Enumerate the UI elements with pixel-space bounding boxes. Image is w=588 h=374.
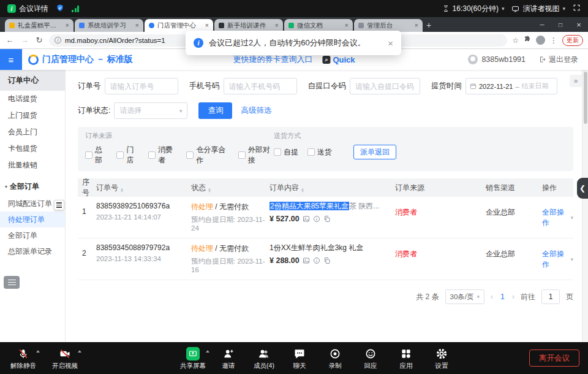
sidebar-item-all-orders[interactable]: 全部订单 <box>0 227 65 243</box>
start-video-button[interactable]: 开启视频 <box>48 346 82 370</box>
goto-page-input[interactable] <box>541 289 560 304</box>
sidebar-group-all-orders[interactable]: ▾ 全部订单 <box>0 177 65 196</box>
sidebar-item-phone-pickup[interactable]: 电话提货 <box>0 91 65 107</box>
menu-toggle-button[interactable]: ≡ <box>0 49 22 70</box>
checkbox-source-warehouse[interactable]: 仓分享合作 <box>186 145 228 166</box>
browser-profile-avatar[interactable] <box>536 36 545 45</box>
minimize-icon[interactable]: ─ <box>533 21 551 28</box>
page-size-select[interactable]: 30条/页 ▾ <box>445 289 485 304</box>
user-menu[interactable]: 8385wb1991 <box>468 55 526 64</box>
all-actions-dropdown[interactable]: 全部操作▾ <box>542 249 573 270</box>
checkbox-source-external[interactable]: 外部对接 <box>238 145 274 166</box>
checkbox-delivery-deliver[interactable]: 送货 <box>307 147 332 158</box>
sidebar-item-card-pickup[interactable]: 卡包提货 <box>0 140 65 157</box>
browser-tab[interactable]: 微信文档 × <box>284 19 353 32</box>
search-button[interactable]: 查询 <box>198 102 232 119</box>
table-row[interactable]: 2 83859345088979792a 2023-11-13 14:33:34… <box>78 239 573 280</box>
detail-info-icon[interactable] <box>313 257 320 264</box>
copy-icon[interactable] <box>323 257 331 264</box>
close-icon[interactable]: × <box>570 20 588 29</box>
pickup-code-input[interactable] <box>350 78 420 94</box>
checkbox-source-store[interactable]: 门店 <box>116 145 138 166</box>
chat-button[interactable]: 聊天 <box>282 346 317 370</box>
logout-button[interactable]: 退出登录 <box>539 55 578 65</box>
site-info-icon[interactable]: i <box>55 37 61 44</box>
meeting-timer[interactable]: 16:30(60分钟) ▾ <box>442 4 505 14</box>
chat-panel-handle[interactable]: ❮ <box>577 178 588 199</box>
fullscreen-icon[interactable] <box>573 4 581 13</box>
phone-input[interactable] <box>224 78 297 94</box>
prev-page-icon[interactable]: ‹ <box>491 292 493 301</box>
tab-close-icon[interactable]: × <box>415 22 418 29</box>
order-no-input[interactable] <box>105 78 178 94</box>
browser-menu-icon[interactable]: ⋮ <box>550 36 557 45</box>
reaction-button[interactable]: 回应 <box>353 346 388 370</box>
browser-tab[interactable]: 系统培训学习 × <box>75 19 143 32</box>
checkbox-source-hq[interactable]: 总部 <box>85 145 107 166</box>
product-image-icon[interactable] <box>303 215 310 223</box>
sidebar-section-order-center[interactable]: 订单中心 <box>0 70 65 91</box>
tab-close-icon[interactable]: × <box>205 22 209 29</box>
settings-button[interactable]: 设置 <box>424 346 459 370</box>
bookmark-star-icon[interactable]: ☆ <box>512 36 519 45</box>
back-icon[interactable]: ← <box>5 36 15 45</box>
tab-close-icon[interactable]: × <box>345 22 349 29</box>
sidebar-drag-handle[interactable] <box>54 200 64 210</box>
page-scrollbar[interactable] <box>582 70 588 342</box>
dispatch-return-button[interactable]: 派单退回 <box>353 145 396 159</box>
network-signal-icon[interactable] <box>72 6 79 12</box>
invite-button[interactable]: 邀请 <box>211 346 246 370</box>
advanced-filter-link[interactable]: 高级筛选 <box>241 105 271 116</box>
tab-close-icon[interactable]: × <box>66 22 69 29</box>
leave-meeting-button[interactable]: 离开会议 <box>529 349 579 367</box>
tab-close-icon[interactable]: × <box>275 22 279 29</box>
browser-tab-active[interactable]: 门店管理中心 × <box>145 19 213 32</box>
date-range-picker[interactable]: 2022-11-21 – 结束日期 <box>466 78 557 94</box>
sort-icon[interactable]: ▲▼ <box>120 188 124 193</box>
header-status[interactable]: 状态▲▼ <box>191 183 270 193</box>
security-shield-icon[interactable] <box>56 4 64 14</box>
sort-icon[interactable]: ▲▼ <box>208 188 211 193</box>
forward-icon[interactable]: → <box>20 36 29 45</box>
all-actions-dropdown[interactable]: 全部操作▾ <box>542 207 573 228</box>
browser-tab[interactable]: 礼盒蛋糕平台管理中心 × <box>5 19 74 32</box>
members-button[interactable]: 成员(4) <box>247 346 281 370</box>
product-image-icon[interactable] <box>303 257 310 264</box>
record-button[interactable]: 录制 <box>318 346 352 370</box>
share-screen-button[interactable]: 共享屏幕 <box>176 346 210 370</box>
table-row[interactable]: 1 83859389251069376a 2023-11-21 14:14:07… <box>78 197 573 239</box>
unmute-button[interactable]: 解除静音 <box>6 346 40 370</box>
sidebar-item-batch-redeem[interactable]: 批量核销 <box>0 157 65 174</box>
expand-caret-icon[interactable] <box>36 350 40 353</box>
header-content[interactable]: 订单内容▲▼ <box>270 183 395 193</box>
current-page[interactable]: 1 <box>499 292 506 301</box>
quick-link[interactable]: ⌕ Quick <box>322 55 355 64</box>
view-mode-switcher[interactable]: 演讲者视图 ▾ <box>511 4 565 14</box>
expand-caret-icon[interactable] <box>78 350 81 353</box>
floating-list-button[interactable] <box>4 276 20 289</box>
sidebar-item-hq-dispatch-log[interactable]: 总部派单记录 <box>0 243 65 259</box>
sidebar-item-member-visit[interactable]: 会员上门 <box>0 124 65 140</box>
checkbox-delivery-pickup[interactable]: 自提 <box>274 147 298 158</box>
new-tab-button[interactable]: + <box>426 20 431 30</box>
browser-tab[interactable]: 新手培训课件 × <box>214 19 283 32</box>
toast-close-icon[interactable]: × <box>388 38 393 48</box>
meeting-details-button[interactable]: i 会议详情 <box>7 4 48 14</box>
detail-info-icon[interactable] <box>313 215 320 223</box>
sort-icon[interactable]: ▲▼ <box>301 188 304 193</box>
expand-caret-icon[interactable] <box>206 350 209 353</box>
maximize-icon[interactable]: □ <box>551 21 570 28</box>
apps-button[interactable]: 应用 <box>389 346 423 370</box>
sidebar-item-pending-orders[interactable]: 待处理订单 <box>0 212 65 227</box>
reload-icon[interactable]: ↻ <box>34 36 44 45</box>
extensions-icon[interactable] <box>524 36 531 45</box>
copy-icon[interactable] <box>323 215 331 223</box>
order-status-select[interactable]: 请选择 ▾ <box>114 102 187 119</box>
panel-collapse-chevrons[interactable]: » <box>570 75 582 87</box>
sidebar-item-door-pickup[interactable]: 上门提货 <box>0 107 65 124</box>
coupon-query-link[interactable]: 更快捷的券卡查询入口 <box>233 54 312 65</box>
next-page-icon[interactable]: › <box>512 292 514 301</box>
header-order-no[interactable]: 订单号▲▼ <box>96 183 191 193</box>
tab-close-icon[interactable]: × <box>135 22 139 29</box>
scrollbar-thumb[interactable] <box>584 72 587 124</box>
